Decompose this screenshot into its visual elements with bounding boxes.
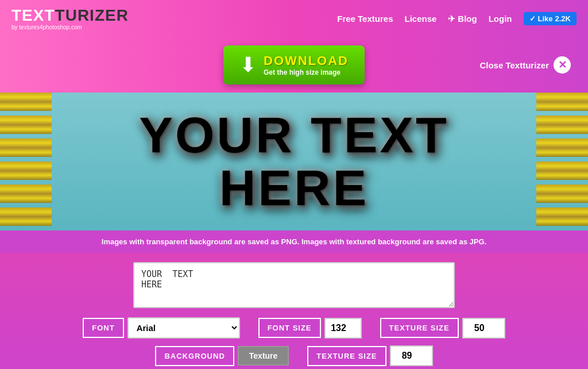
logo-tex: TEXT: [11, 6, 55, 24]
nav-license[interactable]: License: [404, 14, 436, 24]
background-label: BACKGROUND: [155, 346, 234, 366]
close-label: Close Textturizer: [479, 60, 549, 70]
text-input[interactable]: YOUR TEXT HERE: [133, 262, 455, 308]
chain-right-decoration: [536, 93, 588, 230]
font-label: FONT: [83, 318, 123, 338]
controls-row-1: FONT Arial Times New Roman Courier Georg…: [83, 317, 505, 339]
download-button[interactable]: ⬇ DOWNLOAD Get the high size image: [223, 45, 365, 84]
checkmark-icon: ✓: [529, 14, 536, 23]
header: TEXTTURIZER by textures4photoshop.com Fr…: [0, 0, 588, 37]
close-button[interactable]: Close Textturizer ✕: [479, 56, 571, 74]
nav-free-textures[interactable]: Free Textures: [337, 14, 393, 24]
logo-subtitle: by textures4photoshop.com: [11, 24, 129, 30]
texture-size-input-1[interactable]: [462, 318, 505, 339]
download-icon: ⬇: [239, 55, 257, 75]
font-select[interactable]: Arial Times New Roman Courier Georgia Ve…: [127, 317, 240, 339]
logo-text: TEXTTURIZER: [11, 7, 129, 24]
preview-text-line1: YOUR TEXT: [139, 109, 449, 162]
text-input-area: YOUR TEXT HERE: [133, 262, 455, 310]
texture-size-label-1: TEXTURE SIZE: [380, 318, 459, 338]
font-size-label: FONT SIZE: [258, 318, 321, 338]
notice-text: Images with transparent background are s…: [102, 237, 486, 246]
logo-turizer: TURIZER: [55, 6, 129, 24]
download-section: ⬇ DOWNLOAD Get the high size image Close…: [0, 37, 588, 93]
controls-row-2: BACKGROUND Texture TEXTURE SIZE: [155, 345, 432, 366]
close-circle-icon: ✕: [554, 56, 571, 74]
controls-area: YOUR TEXT HERE FONT Arial Times New Roma…: [0, 253, 588, 369]
preview-text-line2: HERE: [219, 162, 369, 214]
download-label: DOWNLOAD: [264, 53, 349, 68]
font-size-input[interactable]: [324, 318, 362, 339]
texture-size-label-2: TEXTURE SIZE: [307, 346, 386, 366]
preview-text-container: YOUR TEXT HERE: [0, 93, 588, 230]
nav-login[interactable]: Login: [489, 14, 512, 24]
logo: TEXTTURIZER by textures4photoshop.com: [11, 7, 129, 30]
chain-left-decoration: [0, 93, 52, 230]
preview-area: YOUR TEXT HERE: [0, 93, 588, 230]
nav-blog[interactable]: ✈ Blog: [448, 14, 477, 24]
download-sublabel: Get the high size image: [264, 68, 349, 76]
texture-size-input-2[interactable]: [390, 345, 433, 366]
send-icon: ✈: [448, 14, 455, 24]
like-button[interactable]: ✓ Like 2.2K: [524, 12, 577, 25]
like-count: 2.2K: [555, 14, 571, 23]
nav: Free Textures License ✈ Blog Login ✓ Lik…: [337, 12, 577, 25]
texture-button[interactable]: Texture: [238, 346, 289, 366]
notice-bar: Images with transparent background are s…: [0, 230, 588, 253]
like-label: Like: [538, 14, 553, 23]
